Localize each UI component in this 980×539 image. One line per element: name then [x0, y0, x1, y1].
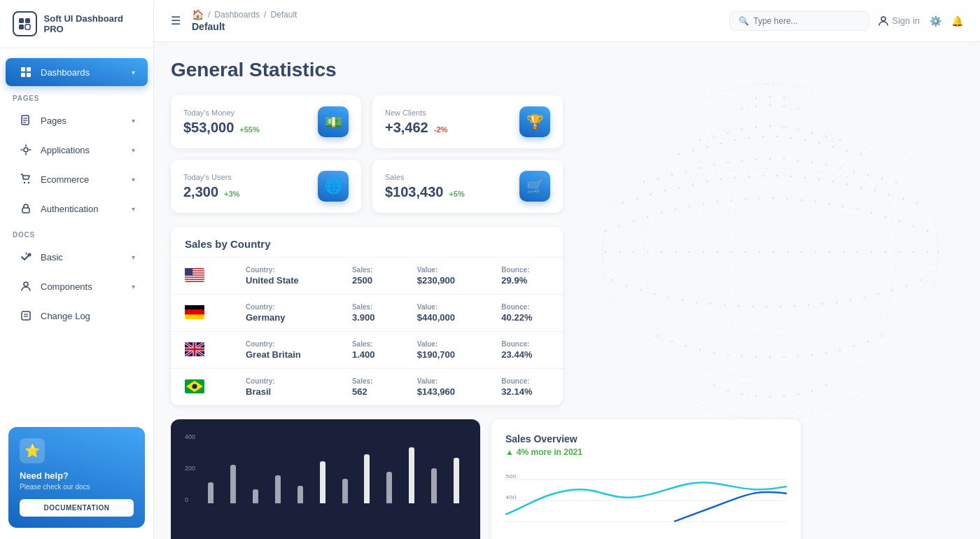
svg-point-23	[644, 126, 896, 378]
svg-point-108	[647, 216, 649, 218]
sidebar-item-authentication[interactable]: Authentication ▾	[6, 195, 148, 223]
sidebar-item-applications[interactable]: Applications ▾	[6, 136, 148, 164]
bar-group	[335, 479, 355, 503]
sidebar-item-ecommerce[interactable]: Ecommerce ▾	[6, 165, 148, 193]
svg-point-29	[686, 84, 854, 420]
bounce-cell-gb: Bounce: 23.44%	[487, 332, 563, 369]
stat-users-info: Today's Users 2,300 +3%	[183, 173, 239, 200]
country-cell-gb: Country: Great Britain	[232, 332, 338, 369]
sidebar: Soft UI Dashboard PRO Dashboards ▾ PAGES…	[0, 0, 154, 539]
settings-icon[interactable]: ⚙️	[930, 15, 941, 27]
svg-point-109	[661, 212, 663, 214]
svg-point-133	[661, 251, 663, 253]
svg-point-189	[839, 349, 841, 351]
svg-rect-2	[19, 24, 24, 29]
search-input[interactable]	[753, 16, 860, 26]
svg-point-115	[745, 198, 747, 200]
stat-clients-change: -2%	[434, 125, 448, 134]
stat-card-clients: New Clients +3,462 -2% 🏆	[372, 95, 563, 148]
stat-sales-label: Sales	[385, 173, 465, 181]
svg-point-63	[860, 153, 862, 155]
svg-point-195	[741, 393, 743, 396]
hamburger-icon[interactable]: ☰	[171, 14, 181, 27]
breadcrumb-dashboards[interactable]: Dashboards	[214, 10, 260, 20]
svg-point-111	[689, 206, 691, 208]
sidebar-item-ecommerce-label: Ecommerce	[41, 174, 125, 185]
pages-icon	[18, 113, 34, 128]
bar-group	[313, 461, 332, 503]
sidebar-item-changelog[interactable]: Change Log	[6, 302, 148, 330]
basic-icon	[18, 249, 34, 265]
svg-point-149	[885, 251, 887, 253]
svg-point-173	[892, 289, 894, 291]
svg-point-37	[783, 106, 785, 108]
svg-point-171	[864, 297, 866, 299]
svg-point-164	[766, 306, 768, 308]
svg-rect-3	[25, 24, 30, 29]
bar-group	[447, 458, 466, 503]
sidebar-item-basic[interactable]: Basic ▾	[6, 243, 148, 271]
svg-point-74	[783, 159, 785, 161]
country-cell-us: Country: United State	[232, 258, 338, 295]
svg-point-128	[927, 230, 929, 232]
svg-point-163	[752, 306, 754, 308]
globe-decoration: // Just place dots in a circle pattern	[560, 42, 980, 462]
sidebar-item-changelog-label: Change Log	[41, 311, 135, 321]
bar	[298, 486, 303, 503]
svg-point-81	[881, 178, 883, 180]
stat-sales-info: Sales $103,430 +5%	[385, 173, 465, 200]
svg-point-26	[602, 168, 938, 336]
svg-point-57	[776, 136, 778, 138]
svg-point-17	[24, 282, 28, 286]
bar-group	[357, 454, 377, 503]
documentation-button[interactable]: DOCUMENTATION	[20, 499, 134, 517]
svg-point-127	[913, 225, 915, 227]
svg-point-62	[846, 150, 848, 152]
sidebar-item-applications-label: Applications	[41, 145, 125, 155]
svg-point-72	[755, 159, 757, 161]
notification-icon[interactable]: 🔔	[951, 15, 963, 27]
svg-point-135	[689, 251, 691, 253]
breadcrumb-links: 🏠 / Dashboards / Default	[192, 9, 297, 20]
svg-rect-5	[27, 67, 31, 71]
logo-icon	[13, 11, 37, 36]
home-icon[interactable]: 🏠	[192, 9, 204, 20]
svg-point-146	[843, 251, 845, 253]
bar	[320, 461, 326, 503]
svg-point-151	[913, 251, 915, 253]
logo-area: Soft UI Dashboard PRO	[0, 0, 153, 48]
user-icon[interactable]: Sign in	[878, 15, 920, 27]
svg-rect-209	[185, 268, 192, 276]
svg-point-59	[804, 139, 806, 141]
svg-point-94	[776, 175, 778, 177]
svg-point-201	[825, 384, 827, 386]
svg-point-121	[829, 203, 831, 205]
value-cell-de: Value: $440,000	[403, 295, 488, 332]
sidebar-item-pages[interactable]: Pages ▾	[6, 106, 148, 134]
sidebar-item-components[interactable]: Components ▾	[6, 272, 148, 300]
svg-point-76	[811, 162, 813, 164]
svg-point-181	[727, 354, 729, 356]
svg-point-153	[612, 279, 614, 281]
svg-text:500: 500	[505, 474, 517, 479]
svg-point-107	[633, 220, 635, 223]
svg-point-99	[846, 183, 848, 186]
svg-point-24	[686, 168, 854, 336]
svg-point-56	[762, 136, 764, 138]
svg-point-145	[829, 251, 831, 253]
components-icon	[18, 279, 34, 294]
line-chart: 500 400	[505, 465, 787, 536]
svg-point-200	[811, 390, 813, 392]
svg-point-182	[741, 356, 743, 358]
svg-point-158	[682, 300, 684, 302]
search-icon: 🔍	[738, 16, 749, 26]
main-area: ☰ 🏠 / Dashboards / Default Default 🔍	[154, 0, 980, 539]
svg-point-89	[706, 181, 708, 183]
svg-point-14	[28, 182, 29, 183]
sidebar-item-dashboards[interactable]: Dashboards ▾	[6, 58, 148, 86]
stat-money-label: Today's Money	[183, 108, 260, 117]
svg-point-90	[720, 178, 722, 181]
search-box[interactable]: 🔍	[729, 11, 869, 31]
svg-point-84	[636, 198, 638, 200]
topbar-right: 🔍 Sign in ⚙️ 🔔	[729, 11, 963, 31]
